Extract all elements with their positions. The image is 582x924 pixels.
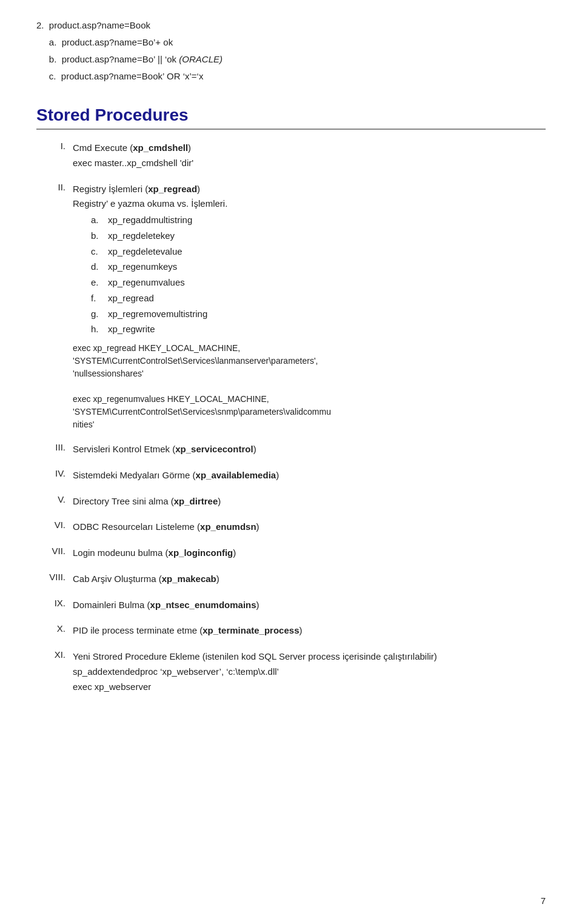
list-item-iv: IV. Sistemdeki Medyaları Görme (xp_avail… [36,468,546,483]
letter-a: a. [91,213,108,228]
content-viii: Cab Arşiv Oluşturma (xp_makecab) [73,572,546,587]
bold-viii: xp_makecab [162,574,216,584]
list-item-vi: VI. ODBC Resourceları Listeleme (xp_enum… [36,520,546,535]
sub-list-ii: a.xp_regaddmultistring b.xp_regdeletekey… [73,213,546,337]
list-item-viii: VIII. Cab Arşiv Oluşturma (xp_makecab) [36,572,546,587]
content-vi: ODBC Resourceları Listeleme (xp_enumdsn) [73,520,546,535]
bold-v: xp_dirtree [174,496,218,506]
roman-vii: VII. [36,546,73,556]
sub-text-c: xp_regdeletevalue [108,244,182,259]
sub-item-d: d.xp_regenumkeys [91,259,546,275]
sub-text-d: xp_regenumkeys [108,259,177,275]
bold-x: xp_terminate_process [202,625,299,635]
bold-ii: xp_regread [148,184,197,194]
sub-item-h: h.xp_regwrite [91,322,546,337]
roman-iii: III. [36,442,73,452]
top-line-2: a. product.asp?name=Bo’+ ok [36,35,546,50]
section-title: Stored Procedures [36,105,546,130]
sub-text-e: xp_regenumvalues [108,275,185,290]
bold-ix: xp_ntsec_enumdomains [150,600,256,610]
bold-vii: xp_loginconfig [169,547,233,558]
roman-x: X. [36,623,73,634]
sub-text-g: xp_regremovemultistring [108,307,207,322]
list-item-vii: VII. Login modeunu bulma (xp_loginconfig… [36,546,546,561]
roman-xi: XI. [36,649,73,660]
sub-item-c: c.xp_regdeletevalue [91,244,546,259]
letter-g: g. [91,307,108,322]
roman-vi: VI. [36,520,73,530]
letter-e: e. [91,275,108,290]
page-number: 7 [541,896,546,906]
sub-item-a: a.xp_regaddmultistring [91,213,546,228]
content-ii: Registry İşlemleri (xp_regread) Registry… [73,182,546,432]
top-section: 2. product.asp?name=Book a. product.asp?… [36,18,546,84]
content-xi: Yeni Strored Procedure Ekleme (istenilen… [73,649,546,694]
top-line-3: b. product.asp?name=Bo’ || ‘ok (ORACLE) [36,52,546,67]
sub-text-b: xp_regdeletekey [108,229,175,244]
list-item-x: X. PID ile process terminate etme (xp_te… [36,623,546,638]
content-ix: Domainleri Bulma (xp_ntsec_enumdomains) [73,598,546,613]
top-line-1: 2. product.asp?name=Book [36,18,546,33]
main-list: I. Cmd Execute (xp_cmdshell) exec master… [36,141,546,694]
sub-item-f: f.xp_regread [91,291,546,306]
list-item-ix: IX. Domainleri Bulma (xp_ntsec_enumdomai… [36,598,546,613]
sub-text-h: xp_regwrite [108,322,155,337]
list-item-iii: III. Servisleri Kontrol Etmek (xp_servic… [36,442,546,457]
roman-viii: VIII. [36,572,73,582]
list-item-xi: XI. Yeni Strored Procedure Ekleme (isten… [36,649,546,694]
list-item-ii: II. Registry İşlemleri (xp_regread) Regi… [36,182,546,432]
roman-v: V. [36,494,73,504]
letter-d: d. [91,259,108,275]
sub-item-e: e.xp_regenumvalues [91,275,546,290]
list-item-v: V. Directory Tree sini alma (xp_dirtree) [36,494,546,509]
sub-text-a: xp_regaddmultistring [108,213,192,228]
content-vii: Login modeunu bulma (xp_loginconfig) [73,546,546,561]
roman-iv: IV. [36,468,73,478]
sub-item-g: g.xp_regremovemultistring [91,307,546,322]
content-iv: Sistemdeki Medyaları Görme (xp_available… [73,468,546,483]
roman-ix: IX. [36,598,73,608]
letter-f: f. [91,291,108,306]
content-v: Directory Tree sini alma (xp_dirtree) [73,494,546,509]
letter-b: b. [91,229,108,244]
content-iii: Servisleri Kontrol Etmek (xp_servicecont… [73,442,546,457]
code-block-ii: exec xp_regread HKEY_LOCAL_MACHINE, 'SYS… [73,342,546,431]
bold-iv: xp_availablemedia [196,470,276,480]
sub-text-f: xp_regread [108,291,154,306]
content-x: PID ile process terminate etme (xp_termi… [73,623,546,638]
roman-ii: II. [36,182,73,192]
top-line-4: c. product.asp?name=Book’ OR ‘x’=‘x [36,69,546,84]
sub-item-b: b.xp_regdeletekey [91,229,546,244]
letter-h: h. [91,322,108,337]
bold-iii: xp_servicecontrol [175,444,253,454]
list-item-i: I. Cmd Execute (xp_cmdshell) exec master… [36,141,546,171]
roman-i: I. [36,141,73,151]
bold-vi: xp_enumdsn [200,521,256,532]
letter-c: c. [91,244,108,259]
bold-i: xp_cmdshell [133,142,188,153]
content-i: Cmd Execute (xp_cmdshell) exec master..x… [73,141,546,171]
